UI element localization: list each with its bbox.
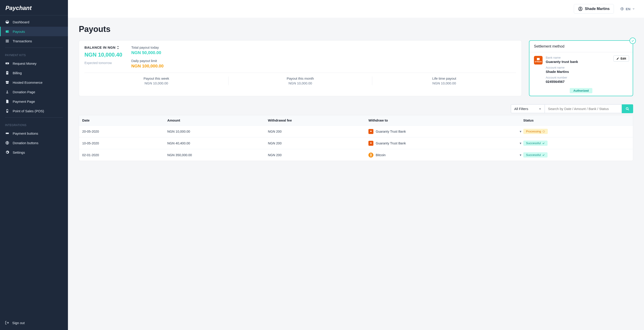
cell-withdraw-to[interactable]: Guaranty Trust Bank▾ <box>368 141 522 146</box>
sidebar-item-label: Payment Page <box>13 100 35 103</box>
status-badge: Successful <box>523 152 548 158</box>
money-icon <box>5 61 10 66</box>
col-status: Status <box>522 118 631 122</box>
bitcoin-icon: ₿ <box>368 153 374 158</box>
button-icon <box>5 131 10 136</box>
language-label: EN <box>626 7 630 11</box>
balance-label[interactable]: BALANCE IN NGN <box>84 45 122 49</box>
pencil-icon <box>616 57 619 60</box>
svg-rect-17 <box>370 131 372 132</box>
sidebar-item-donation-buttons[interactable]: Donation buttons <box>0 138 68 148</box>
bank-icon <box>368 129 374 134</box>
svg-rect-1 <box>8 31 8 32</box>
check-badge-icon <box>630 37 636 44</box>
svg-point-15 <box>626 107 628 110</box>
cell-withdraw-to[interactable]: Guaranty Trust Bank▾ <box>368 129 522 134</box>
limit-value: NGN 100,000.00 <box>131 64 516 69</box>
section-payment-kits: PAYMENT KITS <box>0 49 68 59</box>
list-icon <box>5 39 10 43</box>
cell-amount: NGN 350,000.00 <box>166 153 267 157</box>
sidebar-item-pos[interactable]: Point of Sales (POS) <box>0 106 68 116</box>
authorized-badge: Authorized <box>530 88 633 93</box>
today-label: Total payout today <box>131 45 516 49</box>
cell-fee: NGN 200 <box>267 153 368 157</box>
cell-fee: NGN 200 <box>267 141 368 145</box>
balance-card: BALANCE IN NGN NGN 10,000.40 Expected to… <box>79 40 522 96</box>
settlement-title: Settlement method <box>530 41 633 52</box>
gear-icon <box>5 150 10 155</box>
filters-row: All Filters <box>79 104 633 113</box>
cell-status: Successful <box>522 141 631 146</box>
sidebar-item-billing[interactable]: Billing <box>0 68 68 78</box>
edit-button[interactable]: Edit <box>614 55 629 61</box>
sidebar-item-label: Billing <box>13 71 22 75</box>
svg-point-18 <box>543 131 544 132</box>
svg-rect-3 <box>6 41 9 41</box>
sidebar-item-label: Dashboard <box>13 20 29 24</box>
receipt-icon <box>5 71 10 75</box>
page-icon <box>5 99 10 104</box>
main: Shade Martins EN Payouts BALANCE IN NGN <box>68 0 644 330</box>
search-input[interactable] <box>545 104 622 113</box>
topbar: Shade Martins EN <box>68 0 644 18</box>
chevron-down-icon <box>632 7 635 10</box>
cell-withdraw-to[interactable]: ₿Bitcoin▾ <box>368 153 522 158</box>
sort-icon <box>117 46 119 49</box>
sidebar-item-dashboard[interactable]: Dashboard <box>0 17 68 27</box>
sidebar-item-label: Request Money <box>13 61 36 65</box>
globe-icon <box>5 141 10 145</box>
brand-logo: Paychant <box>0 0 68 15</box>
donation-icon <box>5 90 10 94</box>
sidebar-item-label: Payment buttons <box>13 131 38 135</box>
svg-point-6 <box>7 63 8 64</box>
sidebar-item-hosted-ecommerce[interactable]: Hosted Ecommerce <box>0 78 68 87</box>
col-date: Date <box>81 118 166 122</box>
table-row[interactable]: 02-01-2020NGN 350,000.00NGN 200₿Bitcoin▾… <box>79 149 633 161</box>
caret-down-icon: ▾ <box>520 153 522 157</box>
sidebar-item-settings[interactable]: Settings <box>0 148 68 157</box>
search-icon <box>626 107 630 111</box>
divider <box>5 117 63 118</box>
device-icon <box>5 109 10 113</box>
sidebar-item-label: Point of Sales (POS) <box>13 109 44 113</box>
table-row[interactable]: 10-05-2020NGN 40,400.00NGN 200Guaranty T… <box>79 137 633 149</box>
language-select[interactable]: EN <box>620 7 635 11</box>
account-number: 0245564567 <box>546 80 628 83</box>
sidebar-item-payment-buttons[interactable]: Payment buttons <box>0 129 68 138</box>
svg-rect-2 <box>6 40 9 40</box>
status-badge: Successful <box>523 141 548 146</box>
sidebar-item-label: Transactions <box>13 39 32 43</box>
cell-amount: NGN 10,000.00 <box>166 130 267 133</box>
caret-down-icon: ▾ <box>520 141 522 145</box>
sidebar-item-donation-page[interactable]: Donation Page <box>0 87 68 97</box>
sidebar-item-payment-page[interactable]: Payment Page <box>0 97 68 106</box>
bank-logo: GTBank <box>534 56 542 64</box>
wallet-icon <box>5 29 10 34</box>
expected-label: Expected tomorrow <box>84 61 122 65</box>
sidebar-item-request-money[interactable]: Request Money <box>0 59 68 68</box>
user-icon <box>578 6 583 11</box>
sidebar-item-transactions[interactable]: Transactions <box>0 36 68 46</box>
user-name: Shade Martins <box>585 7 610 11</box>
cell-date: 20-05-2020 <box>81 130 166 133</box>
today-value: NGN 50,000.00 <box>131 50 516 55</box>
cell-date: 02-01-2020 <box>81 153 166 157</box>
table-row[interactable]: 20-05-2020NGN 10,000.00NGN 200Guaranty T… <box>79 125 633 137</box>
dashboard-icon <box>5 20 10 24</box>
signout-button[interactable]: Sign out <box>0 318 68 327</box>
sidebar-item-label: Donation buttons <box>13 141 38 145</box>
account-number-label: Account number <box>546 76 628 79</box>
signout-label: Sign out <box>12 321 25 325</box>
cell-amount: NGN 40,400.00 <box>166 141 267 145</box>
cell-status: Processing <box>522 129 631 134</box>
sidebar-item-label: Settings <box>13 151 25 154</box>
col-fee: Withdrawal fee <box>267 118 368 122</box>
svg-rect-4 <box>6 42 9 42</box>
svg-rect-20 <box>370 143 372 143</box>
search-button[interactable] <box>622 104 633 113</box>
sidebar-item-payouts[interactable]: Payouts <box>0 27 68 36</box>
svg-point-13 <box>580 8 581 9</box>
user-menu[interactable]: Shade Martins <box>574 4 614 13</box>
filter-select[interactable]: All Filters <box>511 104 545 113</box>
lifetime-stat: Life time payout NGN 10,000.00 <box>372 76 516 85</box>
